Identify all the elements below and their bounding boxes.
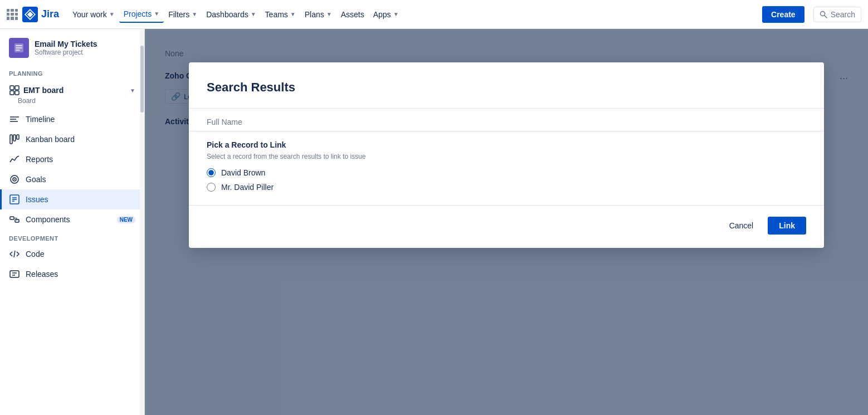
chevron-down-icon: ▼ (326, 11, 332, 17)
kanban-label: Kanban board (26, 135, 135, 144)
pick-record-label: Pick a Record to Link (207, 140, 806, 149)
nav-plans[interactable]: Plans ▼ (300, 7, 337, 22)
sidebar-item-goals[interactable]: Goals (0, 169, 144, 189)
modal-backdrop: Search Results Full Name Pick a Record t… (145, 29, 868, 415)
nav-dashboards[interactable]: Dashboards ▼ (202, 7, 260, 22)
search-button[interactable]: Search (813, 7, 861, 22)
project-icon (9, 38, 29, 58)
svg-rect-13 (17, 135, 19, 139)
kanban-icon (9, 134, 20, 145)
radio-group: David Brown Mr. David Piller (207, 168, 806, 192)
goals-icon (9, 174, 20, 185)
radio-option-david-brown[interactable]: David Brown (207, 168, 806, 177)
nav-projects-label: Projects (124, 9, 152, 18)
sidebar-item-issues[interactable]: Issues (0, 189, 144, 209)
board-icon (9, 85, 20, 96)
nav-teams[interactable]: Teams ▼ (261, 7, 300, 22)
svg-line-2 (824, 15, 827, 18)
sidebar-item-code[interactable]: Code (0, 244, 144, 264)
reports-icon (9, 154, 20, 165)
modal-title: Search Results (207, 80, 806, 95)
components-badge: NEW (117, 216, 135, 223)
search-results-modal: Search Results Full Name Pick a Record t… (189, 62, 824, 248)
emt-board-sub: Board (0, 97, 144, 108)
nav-assets-label: Assets (341, 10, 364, 19)
sidebar: Email My Tickets Software project PLANNI… (0, 29, 145, 415)
main-layout: Email My Tickets Software project PLANNI… (0, 29, 868, 415)
svg-rect-6 (10, 91, 14, 95)
issues-label: Issues (26, 195, 135, 204)
sidebar-project-info: Email My Tickets Software project (35, 40, 97, 56)
search-label: Search (831, 10, 855, 19)
nav-teams-label: Teams (265, 10, 288, 19)
svg-point-16 (14, 179, 15, 180)
pick-record-sub: Select a record from the search results … (207, 153, 806, 160)
modal-footer: Cancel Link (189, 205, 824, 235)
sidebar-item-components[interactable]: Components NEW (0, 209, 144, 230)
nav-assets[interactable]: Assets (337, 7, 369, 22)
svg-rect-5 (15, 86, 19, 90)
goals-label: Goals (26, 175, 135, 184)
full-name-label: Full Name (207, 118, 806, 126)
modal-field-divider (189, 131, 824, 131)
sidebar-project[interactable]: Email My Tickets Software project (0, 29, 144, 65)
jira-logo[interactable]: Jira (22, 7, 59, 22)
code-label: Code (26, 250, 135, 258)
planning-section-title: PLANNING (0, 65, 144, 79)
radio-label-david-brown: David Brown (221, 168, 265, 177)
sidebar-item-releases[interactable]: Releases (0, 264, 144, 284)
chevron-down-icon: ▼ (393, 11, 399, 17)
svg-rect-21 (10, 217, 14, 219)
reports-label: Reports (26, 155, 135, 164)
top-navigation: Jira Your work ▼ Projects ▼ Filters ▼ Da… (0, 0, 868, 29)
code-icon (9, 248, 20, 260)
timeline-label: Timeline (26, 115, 135, 124)
radio-input-mr-david-piller[interactable] (207, 183, 216, 192)
cancel-button[interactable]: Cancel (720, 217, 763, 235)
svg-rect-12 (13, 135, 16, 141)
nav-apps[interactable]: Apps ▼ (369, 7, 403, 22)
sidebar-item-reports[interactable]: Reports (0, 149, 144, 169)
svg-rect-11 (10, 135, 12, 144)
svg-line-25 (14, 251, 15, 257)
chevron-down-icon: ▼ (251, 11, 256, 17)
link-button[interactable]: Link (768, 217, 806, 235)
apps-grid-icon[interactable] (7, 9, 18, 20)
nav-your-work-label: Your work (72, 10, 107, 19)
nav-plans-label: Plans (305, 10, 324, 19)
nav-apps-label: Apps (373, 10, 391, 19)
nav-filters[interactable]: Filters ▼ (164, 7, 202, 22)
chevron-down-icon: ▼ (290, 11, 296, 17)
emt-board-container: EMT board ▼ Board (0, 79, 144, 109)
search-icon (820, 11, 827, 18)
create-button[interactable]: Create (762, 6, 804, 23)
development-section-title: DEVELOPMENT (0, 230, 144, 244)
chevron-down-icon: ▼ (109, 11, 115, 17)
svg-rect-7 (15, 91, 19, 95)
sidebar-item-kanban[interactable]: Kanban board (0, 129, 144, 149)
nav-projects[interactable]: Projects ▼ (119, 6, 164, 23)
nav-dashboards-label: Dashboards (206, 10, 248, 19)
main-content: None Zoho Connector ··· 🔗 Leads Activity… (145, 29, 868, 415)
svg-rect-26 (10, 271, 19, 277)
modal-top-divider (189, 108, 824, 109)
svg-rect-4 (10, 86, 14, 90)
nav-filters-label: Filters (168, 10, 189, 19)
sidebar-scroll-thumb (140, 46, 144, 113)
releases-icon (9, 268, 20, 280)
nav-your-work[interactable]: Your work ▼ (68, 7, 119, 22)
radio-label-mr-david-piller: Mr. David Piller (221, 183, 274, 192)
sidebar-item-timeline[interactable]: Timeline (0, 109, 144, 129)
chevron-down-icon: ▼ (192, 11, 197, 17)
emt-board-label: EMT board (23, 86, 126, 95)
chevron-down-icon: ▼ (130, 87, 135, 94)
jira-wordmark: Jira (41, 8, 59, 20)
project-name: Email My Tickets (35, 40, 97, 48)
pick-record-section: Pick a Record to Link Select a record fr… (207, 140, 806, 192)
sidebar-scrollbar[interactable] (140, 29, 144, 415)
chevron-down-icon: ▼ (154, 11, 159, 17)
releases-label: Releases (26, 270, 135, 279)
radio-input-david-brown[interactable] (207, 168, 216, 177)
radio-option-mr-david-piller[interactable]: Mr. David Piller (207, 183, 806, 192)
timeline-icon (9, 114, 20, 125)
